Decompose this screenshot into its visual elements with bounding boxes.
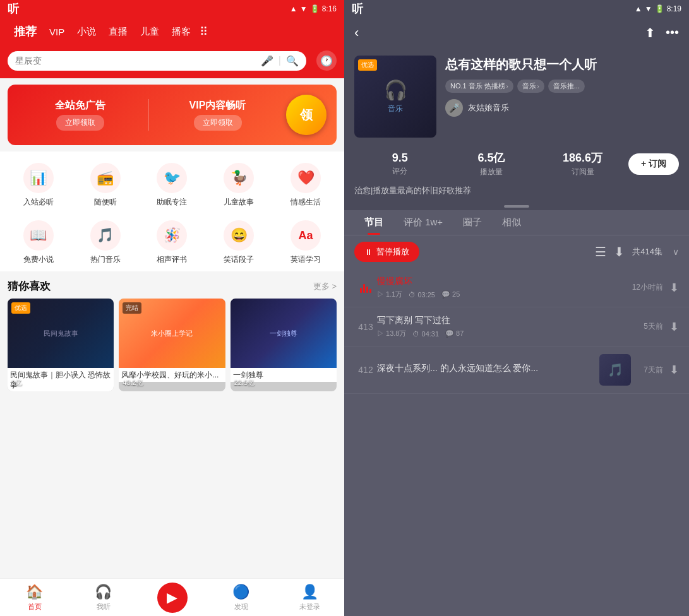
ep413-duration: ⏱ 04:31 bbox=[412, 330, 439, 338]
category-kids[interactable]: 🦆 儿童故事 bbox=[205, 157, 272, 214]
vip-coin[interactable]: 领 bbox=[286, 95, 327, 135]
tab-similar[interactable]: 相似 bbox=[492, 210, 531, 235]
play-button[interactable]: ▶ bbox=[157, 583, 188, 613]
podcast-info: 总有这样的歌只想一个人听 NO.1 音乐 热播榜 › 音乐 › 音乐推... 🎤… bbox=[445, 56, 679, 117]
tag-chart-text: NO.1 音乐 热播榜 bbox=[450, 81, 505, 91]
bottom-nav-login[interactable]: 👤 未登录 bbox=[275, 584, 344, 612]
sort-button[interactable]: ☰ bbox=[595, 244, 606, 259]
ep412-title: 深夜十点系列... 的人永远知道怎么 爱你... bbox=[377, 363, 599, 374]
login-icon: 👤 bbox=[301, 584, 318, 600]
category-english[interactable]: Aa 英语学习 bbox=[272, 214, 339, 271]
ep-num-412: 412 bbox=[354, 365, 377, 375]
nav-ertong[interactable]: 儿童 bbox=[134, 23, 165, 40]
recommend-header: 猜你喜欢 更多 > bbox=[0, 271, 344, 299]
vip-item-1[interactable]: 全站免广告 立即领取 bbox=[18, 99, 142, 131]
card1-title: 民间鬼故事｜胆小误入 恐怖故事 bbox=[8, 368, 114, 391]
more-button[interactable]: ••• bbox=[666, 25, 679, 40]
random-label: 随便听 bbox=[94, 197, 117, 208]
tag-chart[interactable]: NO.1 音乐 热播榜 › bbox=[445, 80, 513, 93]
tab-circle[interactable]: 圈子 bbox=[453, 210, 492, 235]
recommend-card-3[interactable]: 一剑独尊 22.5亿 一剑独尊 bbox=[231, 299, 337, 391]
tab-reviews[interactable]: 评价 1w+ bbox=[393, 210, 453, 235]
nav-zhibo[interactable]: 直播 bbox=[102, 23, 134, 40]
category-music[interactable]: 🎵 热门音乐 bbox=[72, 214, 139, 271]
podcast-author[interactable]: 🎤 灰姑娘音乐 bbox=[445, 99, 679, 117]
nav-boke[interactable]: 播客 bbox=[165, 23, 197, 40]
episode-item-playing[interactable]: 慢慢腐坏 ▷ 1.1万 ⏱ 03:25 💬 25 12小时前 ⬇ bbox=[344, 268, 689, 307]
episode-item-413[interactable]: 413 写下离别 写下过往 ▷ 13.8万 ⏱ 04:31 💬 87 5天前 ⬇ bbox=[344, 307, 689, 346]
podcast-stats: 9.5 评分 6.5亿 播放量 186.6万 订阅量 + 订阅 bbox=[344, 145, 689, 185]
crosstalk-label: 相声评书 bbox=[157, 254, 187, 265]
ep-num-playing bbox=[354, 283, 377, 293]
history-icon[interactable]: 🕐 bbox=[316, 50, 337, 71]
tag-music2[interactable]: 音乐推... bbox=[548, 80, 585, 93]
category-random[interactable]: 📻 随便听 bbox=[72, 157, 139, 214]
scroll-indicator bbox=[344, 203, 689, 210]
nav-more-icon[interactable]: ⠿ bbox=[200, 25, 208, 38]
music-label: 热门音乐 bbox=[90, 254, 121, 265]
bottom-nav-mylisten[interactable]: 🎧 我听 bbox=[69, 584, 138, 612]
ep1-comments: 💬 25 bbox=[441, 290, 460, 299]
bar4 bbox=[369, 289, 371, 293]
ep413-download-button[interactable]: ⬇ bbox=[669, 320, 679, 334]
category-emotion[interactable]: ❤️ 情感生活 bbox=[272, 157, 339, 214]
category-biting[interactable]: 📊 入站必听 bbox=[5, 157, 72, 214]
vip-banner[interactable]: 全站免广告 立即领取 VIP内容畅听 立即领取 领 bbox=[8, 85, 337, 145]
ep412-content: 深夜十点系列... 的人永远知道怎么 爱你... bbox=[377, 363, 599, 377]
mylisten-icon: 🎧 bbox=[95, 584, 112, 600]
author-name: 灰姑娘音乐 bbox=[468, 102, 509, 114]
recommend-more[interactable]: 更多 > bbox=[313, 281, 337, 292]
subscribe-button[interactable]: + 订阅 bbox=[628, 153, 679, 175]
right-tabs: 节目 评价 1w+ 圈子 相似 bbox=[344, 210, 689, 235]
search-icon[interactable]: 🔍 bbox=[286, 55, 299, 67]
nav-xiaoshuo[interactable]: 小说 bbox=[71, 23, 102, 40]
bottom-nav-discover[interactable]: 🔵 发现 bbox=[207, 584, 275, 612]
podcast-tags: NO.1 音乐 热播榜 › 音乐 › 音乐推... bbox=[445, 80, 679, 93]
tag-music[interactable]: 音乐 › bbox=[517, 80, 544, 93]
card1-play-count: 2亿 bbox=[11, 378, 22, 388]
ep413-comments: 💬 87 bbox=[445, 329, 464, 338]
pause-label: 暂停播放 bbox=[376, 246, 409, 258]
ep1-download-button[interactable]: ⬇ bbox=[669, 281, 679, 295]
cover-badge: 优选 bbox=[358, 59, 377, 71]
search-input[interactable] bbox=[15, 56, 256, 66]
music-icon: 🎵 bbox=[90, 220, 121, 251]
nav-vip[interactable]: VIP bbox=[43, 24, 71, 40]
category-grid: 📊 入站必听 📻 随便听 🐦 助眠专注 🦆 儿童故事 ❤️ 情感生活 📖 bbox=[0, 151, 344, 271]
tag-music-text: 音乐 bbox=[522, 81, 536, 91]
category-sleep[interactable]: 🐦 助眠专注 bbox=[139, 157, 206, 214]
bottom-nav-play[interactable]: ▶ bbox=[138, 583, 207, 613]
joke-label: 笑话段子 bbox=[224, 254, 254, 265]
search-bar[interactable]: 🎤 | 🔍 bbox=[8, 51, 306, 71]
ep1-content: 慢慢腐坏 ▷ 1.1万 ⏱ 03:25 💬 25 bbox=[377, 276, 626, 299]
nav-tuijian[interactable]: 推荐 bbox=[8, 21, 43, 42]
recommend-card-2[interactable]: 米小圈上学记 完结 43.2亿 风靡小学校园、好玩的米小... bbox=[119, 299, 225, 391]
bar3 bbox=[366, 287, 368, 293]
vip-btn-2[interactable]: 立即领取 bbox=[194, 115, 242, 131]
ep-num-413: 413 bbox=[354, 322, 377, 332]
category-crosstalk[interactable]: 🪅 相声评书 bbox=[139, 214, 206, 271]
right-panel: 听 ▲ ▼ 🔋 8:19 ‹ ⬆ ••• 🎧 音乐 优选 总有这样的歌只想一个 bbox=[344, 0, 689, 616]
episode-count: 共414集 bbox=[632, 246, 662, 258]
mylisten-label: 我听 bbox=[97, 602, 111, 612]
category-novel[interactable]: 📖 免费小说 bbox=[5, 214, 72, 271]
share-button[interactable]: ⬆ bbox=[645, 25, 656, 40]
emotion-icon: ❤️ bbox=[291, 163, 321, 193]
pause-play-button[interactable]: ⏸ 暂停播放 bbox=[354, 242, 419, 262]
episode-count-chevron[interactable]: ∨ bbox=[673, 247, 679, 257]
download-all-button[interactable]: ⬇ bbox=[614, 244, 625, 259]
emotion-label: 情感生活 bbox=[291, 197, 321, 208]
back-button[interactable]: ‹ bbox=[354, 25, 359, 41]
podcast-description: 治愈|播放量最高的怀旧好歌推荐 bbox=[344, 185, 689, 203]
vip-divider bbox=[148, 99, 149, 131]
episode-item-412[interactable]: 412 深夜十点系列... 的人永远知道怎么 爱你... 🎵 7天前 ⬇ bbox=[344, 346, 689, 394]
tab-episodes[interactable]: 节目 bbox=[354, 210, 393, 235]
ep412-download-button[interactable]: ⬇ bbox=[669, 363, 679, 377]
vip-item-2[interactable]: VIP内容畅听 立即领取 bbox=[155, 99, 280, 131]
mic-icon[interactable]: 🎤 bbox=[261, 55, 273, 67]
vip-btn-1[interactable]: 立即领取 bbox=[56, 115, 104, 131]
recommend-card-1[interactable]: 民间鬼故事 优选 2亿 民间鬼故事｜胆小误入 恐怖故事 bbox=[8, 299, 114, 391]
category-joke[interactable]: 😄 笑话段子 bbox=[205, 214, 272, 271]
right-tabs-container: 节目 评价 1w+ 圈子 相似 bbox=[344, 210, 689, 235]
bottom-nav-home[interactable]: 🏠 首页 bbox=[0, 584, 69, 612]
